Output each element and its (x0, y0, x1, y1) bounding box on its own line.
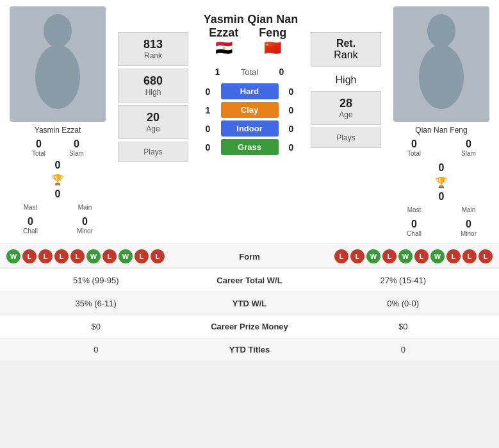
player2-title: Qian Nan Feng (247, 13, 299, 40)
player2-photo (393, 6, 489, 122)
player1-main-val: 0 (55, 188, 61, 200)
player1-plays-label: Plays (121, 147, 185, 156)
form-badge-p1: L (70, 249, 85, 263)
player1-flag: 🇪🇬 (200, 40, 247, 56)
stats-right-0: 27% (15-41) (307, 269, 500, 292)
clay-btn: Clay (221, 102, 279, 118)
hard-p2: 0 (285, 87, 298, 97)
player2-chall-val: 0 (411, 219, 417, 230)
form-badge-p1: L (102, 249, 117, 263)
stats-right-2: $0 (307, 315, 500, 338)
svg-point-3 (419, 45, 464, 109)
svg-point-1 (35, 45, 80, 109)
player-section: Yasmin Ezzat 0 Total 0 Slam 0 🏆 0 Ma (0, 0, 499, 244)
clay-p1: 1 (202, 105, 215, 115)
player2-header: Qian Nan Feng 🇨🇳 (247, 13, 299, 56)
form-badge-p2: L (414, 249, 429, 263)
clay-p2: 0 (285, 105, 298, 115)
form-badge-p1: W (119, 249, 133, 263)
player1-minor-stat: 0 Minor (67, 216, 102, 235)
form-badge-p2: W (430, 249, 445, 263)
grass-p2: 0 (285, 142, 298, 153)
match-rows: 1 Total 0 0 Hard 0 1 Clay 0 (194, 67, 305, 155)
player1-slam-label: Slam (69, 150, 84, 157)
form-badge-p1: L (151, 249, 165, 263)
player2-chall-stat: 0 Chall (397, 219, 432, 237)
player1-chall-label: Chall (23, 228, 38, 235)
player1-mast-stat: 0 🏆 0 (40, 160, 76, 200)
stats-row: 0 YTD Titles 0 (0, 338, 499, 361)
player1-title: Yasmin Ezzat (200, 13, 247, 40)
form-section: WLLLLWLWLL Form LLWLWLWLLL (0, 244, 499, 269)
player1-mast-box: Mast (13, 204, 48, 211)
player2-plays-box: Plays (311, 128, 381, 148)
total-label: Total (231, 67, 269, 77)
player2-main-label: Main (462, 206, 476, 213)
form-badge-p2: L (382, 249, 397, 263)
form-label: Form (239, 252, 260, 261)
grass-row: 0 Grass 0 (194, 139, 305, 155)
player1-minor-label: Minor (77, 228, 93, 235)
form-badge-p2: L (462, 249, 477, 263)
form-badge-p2: L (334, 249, 348, 263)
stats-label-2: Career Prize Money (192, 315, 307, 338)
player1-total-stat: 0 Total (21, 138, 56, 157)
center-column: Yasmin Ezzat 🇪🇬 Qian Nan Feng 🇨🇳 1 Total… (194, 6, 305, 237)
player1-rank-label: Rank (121, 51, 185, 60)
stats-label-0: Career Total W/L (192, 269, 307, 292)
player2-high-box: High (311, 69, 381, 91)
form-badge-p2: L (446, 249, 461, 263)
grass-p1: 0 (202, 142, 215, 153)
player2-mast-label: Mast (407, 206, 421, 213)
indoor-row: 0 Indoor 0 (194, 120, 305, 137)
form-badge-p1: L (22, 249, 37, 263)
player1-middle-stats: 813 Rank 680 High 20 Age Plays (115, 6, 192, 237)
stats-left-1: 35% (6-11) (0, 292, 192, 315)
player2-age-val: 28 (314, 97, 378, 110)
player2-total-stat: 0 Total (397, 138, 432, 157)
player1-trophy-icon: 🏆 (51, 174, 64, 186)
player1-photo (10, 6, 106, 122)
player2-mast-box: Mast (397, 206, 432, 213)
player2-middle-stats: Ret. Rank High 28 Age Plays (307, 6, 384, 237)
clay-row: 1 Clay 0 (194, 102, 305, 118)
player1-rank-box: 813 Rank (118, 32, 188, 66)
player1-age-box: 20 Age (118, 105, 188, 139)
player2-age-box: 28 Age (311, 91, 381, 125)
player1-plays-box: Plays (118, 142, 188, 162)
player2-minor-val: 0 (466, 219, 471, 230)
player2-card: Qian Nan Feng 0 Total 0 Slam 0 🏆 0 (387, 6, 496, 237)
player2-slam-stat: 0 Slam (451, 138, 486, 157)
stats-row: 35% (6-11) YTD W/L 0% (0-0) (0, 292, 499, 315)
player1-slam-val: 0 (74, 138, 79, 150)
player1-stats: 0 Total 0 Slam 0 🏆 0 Mast Ma (3, 138, 112, 235)
player1-age-label: Age (121, 124, 185, 133)
player2-minor-label: Minor (461, 230, 477, 237)
player1-high-box: 680 High (118, 69, 188, 103)
player2-plays-label: Plays (314, 133, 378, 142)
player2-age-label: Age (314, 110, 378, 119)
player2-rank-label: Rank (314, 49, 378, 61)
player1-name: Yasmin Ezzat (35, 126, 81, 135)
player1-high-label: High (121, 88, 185, 97)
player2-minor-stat: 0 Minor (451, 219, 486, 237)
player1-mast-val: 0 (55, 160, 61, 171)
indoor-p2: 0 (285, 124, 298, 134)
player1-chall-stat: 0 Chall (13, 216, 48, 235)
player2-silhouette (413, 13, 470, 115)
player2-high-val: High (336, 74, 357, 85)
player1-rank-val: 813 (121, 38, 185, 51)
grass-btn: Grass (221, 139, 279, 155)
player2-flag: 🇨🇳 (247, 40, 299, 56)
stats-row: 51% (99-95) Career Total W/L 27% (15-41) (0, 269, 499, 292)
hard-row: 0 Hard 0 (194, 83, 305, 99)
player2-main-box: Main (451, 206, 486, 213)
form-badge-p1: L (38, 249, 53, 263)
player2-rank-box: Ret. Rank (311, 32, 381, 67)
form-badge-p2: L (479, 249, 493, 263)
player1-header: Yasmin Ezzat 🇪🇬 (200, 13, 247, 56)
form-badge-p1: W (86, 249, 101, 263)
svg-point-2 (427, 14, 455, 47)
player1-minor-val: 0 (82, 216, 88, 228)
stats-left-2: $0 (0, 315, 192, 338)
